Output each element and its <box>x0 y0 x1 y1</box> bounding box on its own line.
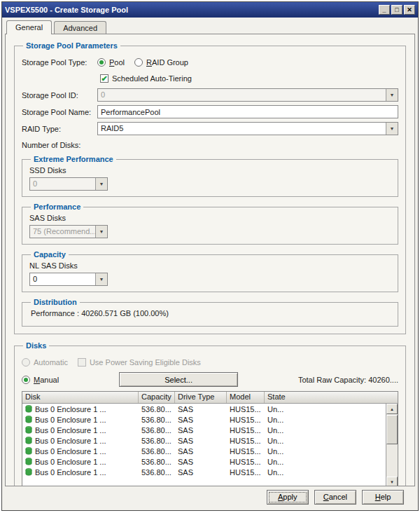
cancel-button[interactable]: Cancel <box>314 490 356 505</box>
cell-model: HUS15... <box>230 447 261 456</box>
radio-pool-icon <box>97 58 106 67</box>
radio-raid-group-icon <box>134 58 143 67</box>
group-capacity: Capacity NL SAS Disks 0 ▼ <box>22 250 398 292</box>
close-icon: ✕ <box>407 7 412 13</box>
group-title-distribution: Distribution <box>31 298 80 306</box>
window-title: VSPEX5500 - Create Storage Pool <box>5 6 377 14</box>
help-button-label: Help <box>375 493 391 501</box>
select-button[interactable]: Select... <box>119 372 238 387</box>
checkbox-scheduled-auto-tiering[interactable]: ✔ Scheduled Auto-Tiering <box>100 74 192 83</box>
storage-pool-id-value: 0 <box>98 89 386 101</box>
table-row[interactable]: Bus 0 Enclosure 1 ... 536.80... SAS HUS1… <box>22 404 386 414</box>
cell-state: Un... <box>267 405 284 413</box>
column-header-state[interactable]: State <box>265 392 398 403</box>
maximize-icon: □ <box>395 7 398 13</box>
cell-disk: Bus 0 Enclosure 1 ... <box>35 405 106 413</box>
group-extreme-performance: Extreme Performance SSD Disks 0 ▼ <box>22 155 398 197</box>
group-title-extreme-performance: Extreme Performance <box>31 155 116 163</box>
disk-table-body: Bus 0 Enclosure 1 ... 536.80... SAS HUS1… <box>22 404 398 486</box>
table-row[interactable]: Bus 0 Enclosure 1 ... 536.80... SAS HUS1… <box>22 435 386 446</box>
cell-state: Un... <box>267 468 284 477</box>
scrollbar-thumb[interactable] <box>386 415 398 444</box>
cell-drive-type: SAS <box>178 416 193 424</box>
cell-model: HUS15... <box>230 405 261 413</box>
radio-automatic: Automatic <box>22 358 68 367</box>
cell-state: Un... <box>267 437 284 445</box>
cell-capacity: 536.80... <box>141 437 172 445</box>
dropdown-arrow-icon: ▼ <box>95 226 107 238</box>
total-raw-capacity: Total Raw Capacity: 40260.... <box>298 376 398 384</box>
auto-tiering-label: Scheduled Auto-Tiering <box>112 74 192 83</box>
dropdown-arrow-icon[interactable]: ▼ <box>386 123 398 135</box>
close-button[interactable]: ✕ <box>404 5 415 15</box>
cell-model: HUS15... <box>230 458 261 466</box>
cell-capacity: 536.80... <box>141 416 172 424</box>
radio-manual[interactable]: Manual <box>22 376 59 384</box>
apply-button-label: Apply <box>278 493 298 501</box>
column-header-drive-type[interactable]: Drive Type <box>175 392 227 403</box>
column-header-disk[interactable]: Disk <box>22 392 139 403</box>
disk-icon <box>25 458 32 465</box>
apply-button[interactable]: Apply <box>267 490 309 505</box>
cell-disk: Bus 0 Enclosure 1 ... <box>35 437 106 445</box>
radio-raid-group[interactable]: RAID Group <box>134 58 188 67</box>
cell-disk: Bus 0 Enclosure 1 ... <box>35 468 106 477</box>
radio-manual-icon <box>22 376 30 384</box>
table-row[interactable]: Bus 0 Enclosure 1 ... 536.80... SAS HUS1… <box>22 425 386 435</box>
minimize-button[interactable]: _ <box>379 5 390 15</box>
storage-pool-type-label: Storage Pool Type: <box>22 58 97 67</box>
group-title-storage-pool-parameters: Storage Pool Parameters <box>23 41 120 50</box>
disk-icon <box>25 447 32 455</box>
raid-type-value: RAID5 <box>98 123 386 135</box>
radio-manual-label: Manual <box>34 376 59 384</box>
checkbox-checked-icon: ✔ <box>100 74 108 83</box>
maximize-button[interactable]: □ <box>391 5 402 15</box>
nl-sas-disks-value: 0 <box>30 273 95 285</box>
group-title-disks: Disks <box>23 341 49 350</box>
pool-name-row: Storage Pool Name: PerformancePool <box>22 105 398 118</box>
raid-type-row: RAID Type: RAID5 ▼ <box>22 122 398 135</box>
cell-disk: Bus 0 Enclosure 1 ... <box>35 447 106 456</box>
cell-disk: Bus 0 Enclosure 1 ... <box>35 416 106 424</box>
sas-disks-value: 75 (Recommend... <box>30 226 95 238</box>
column-header-capacity[interactable]: Capacity <box>139 392 175 403</box>
cell-state: Un... <box>267 447 284 456</box>
cell-drive-type: SAS <box>178 468 193 477</box>
dropdown-arrow-icon[interactable]: ▼ <box>95 273 107 285</box>
scroll-up-button[interactable]: ▲ <box>386 404 398 414</box>
table-row[interactable]: Bus 0 Enclosure 1 ... 536.80... SAS HUS1… <box>22 467 386 477</box>
table-row[interactable]: Bus 0 Enclosure 1 ... 536.80... SAS HUS1… <box>22 456 386 467</box>
pool-id-row: Storage Pool ID: 0 ▼ <box>22 88 398 102</box>
cell-disk: Bus 0 Enclosure 1 ... <box>35 426 106 435</box>
cell-drive-type: SAS <box>178 447 193 456</box>
manual-row: Manual Select... Total Raw Capacity: 402… <box>22 372 398 387</box>
cell-capacity: 536.80... <box>141 468 172 477</box>
title-bar: VSPEX5500 - Create Storage Pool _ □ ✕ <box>2 2 418 18</box>
table-row[interactable]: Bus 0 Enclosure 1 ... 536.80... SAS HUS1… <box>22 414 386 425</box>
auto-tiering-row: ✔ Scheduled Auto-Tiering <box>100 72 398 85</box>
cell-drive-type: SAS <box>178 426 193 435</box>
scrollbar-track[interactable] <box>386 414 398 477</box>
ssd-disks-label: SSD Disks <box>29 166 391 175</box>
vertical-scrollbar[interactable]: ▲ ▼ <box>386 404 398 486</box>
raid-type-combo[interactable]: RAID5 ▼ <box>97 122 398 135</box>
column-header-model[interactable]: Model <box>227 392 265 403</box>
tab-advanced[interactable]: Advanced <box>54 21 106 34</box>
ssd-disks-value: 0 <box>30 178 95 190</box>
sas-disks-combo: 75 (Recommend... ▼ <box>29 225 108 238</box>
radio-automatic-icon <box>22 358 30 367</box>
tab-general[interactable]: General <box>6 20 52 34</box>
nl-sas-disks-combo[interactable]: 0 ▼ <box>29 273 108 286</box>
radio-pool[interactable]: Pool <box>97 58 125 67</box>
cell-state: Un... <box>267 426 284 435</box>
number-of-disks-label: Number of Disks: <box>22 141 97 149</box>
cell-drive-type: SAS <box>178 437 193 445</box>
scroll-down-button[interactable]: ▼ <box>386 477 398 486</box>
storage-pool-name-input[interactable]: PerformancePool <box>97 105 398 118</box>
cell-model: HUS15... <box>230 426 261 435</box>
cell-capacity: 536.80... <box>141 447 172 456</box>
cancel-button-label: Cancel <box>323 493 347 501</box>
help-button[interactable]: Help <box>362 490 404 505</box>
table-row[interactable]: Bus 0 Enclosure 1 ... 536.80... SAS HUS1… <box>22 446 386 456</box>
radio-pool-label: Pool <box>109 58 125 67</box>
